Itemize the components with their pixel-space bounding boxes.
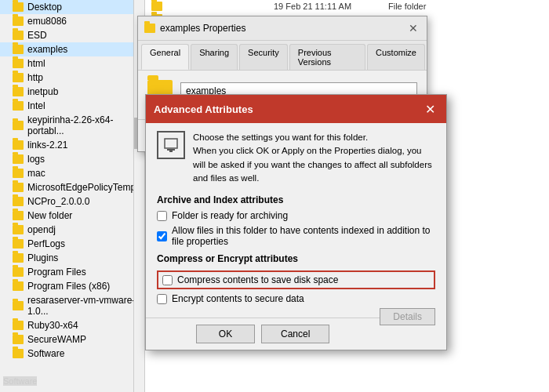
advanced-ok-button[interactable]: OK <box>196 325 255 343</box>
folder-icon <box>13 154 24 164</box>
sidebar-item-securewamp[interactable]: SecureWAMP <box>0 332 144 347</box>
svg-rect-1 <box>167 149 175 151</box>
adv-desc-line2: When you click OK or Apply on the Proper… <box>193 144 435 185</box>
tab-general[interactable]: General <box>141 44 189 70</box>
sidebar-item-inetpub[interactable]: inetpub <box>0 85 144 99</box>
encrypt-row: Encrypt contents to secure data <box>157 293 435 304</box>
folder-icon <box>13 101 24 111</box>
sidebar-item-examples[interactable]: examples <box>0 42 144 56</box>
sidebar-label: ESD <box>27 30 47 41</box>
compress-label: Compress contents to save disk space <box>177 274 338 285</box>
sidebar-label: examples <box>27 44 67 55</box>
adv-info-icon <box>157 131 185 159</box>
sidebar-label: links-2.21 <box>27 140 67 151</box>
tab-previous-versions[interactable]: Previous Versions <box>289 44 365 70</box>
sidebar-item-intel[interactable]: Intel <box>0 99 144 113</box>
sidebar-label: resaraserver-vm-vmware-1.0... <box>27 295 138 317</box>
folder-icon <box>13 2 24 12</box>
folder-icon <box>13 301 24 310</box>
folder-icon <box>13 239 24 249</box>
sidebar-item-perflogs[interactable]: PerfLogs <box>0 237 144 251</box>
sidebar-item-resara[interactable]: resaraserver-vm-vmware-1.0... <box>0 293 144 318</box>
titlebar-folder-icon <box>144 24 155 33</box>
sidebar-label: opendj <box>27 224 56 235</box>
sidebar-item-http[interactable]: http <box>0 71 144 85</box>
adv-desc-row: Choose the settings you want for this fo… <box>157 131 435 185</box>
advanced-attributes-dialog: Advanced Attributes ✕ Choose the setting… <box>145 94 447 350</box>
folder-icon <box>13 59 24 68</box>
sidebar-item-ncpro[interactable]: NCPro_2.0.0.0 <box>0 194 144 209</box>
sidebar-label: Software <box>27 348 64 359</box>
sidebar-item-programfiles[interactable]: Program Files <box>0 265 144 279</box>
folder-icon <box>13 349 24 358</box>
compress-section-label: Compress or Encrypt attributes <box>157 253 435 264</box>
sidebar-item-newfolder[interactable]: New folder <box>0 209 144 223</box>
folder-icon <box>13 253 24 263</box>
folder-icon <box>13 267 24 277</box>
properties-titlebar: examples Properties ✕ <box>138 16 427 41</box>
compress-checkbox[interactable] <box>162 275 173 285</box>
sidebar-item-logs[interactable]: logs <box>0 152 144 166</box>
sidebar-label: emu8086 <box>27 16 67 27</box>
tab-security[interactable]: Security <box>239 44 288 70</box>
sidebar-label: keypirinha-2.26-x64-portabl... <box>27 114 138 136</box>
sidebar-label: logs <box>27 154 45 165</box>
folder-archiving-checkbox[interactable] <box>157 211 167 221</box>
sidebar-label: NCPro_2.0.0.0 <box>27 196 89 207</box>
index-contents-checkbox[interactable] <box>157 231 167 241</box>
folder-icon <box>13 321 24 330</box>
tab-sharing[interactable]: Sharing <box>191 44 238 70</box>
sidebar-item-esd[interactable]: ESD <box>0 28 144 42</box>
sidebar-label: Intel <box>27 100 45 111</box>
tab-customize[interactable]: Customize <box>367 44 425 70</box>
folder-icon <box>151 2 162 11</box>
folder-icon <box>13 183 24 192</box>
index-contents-row: Allow files in this folder to have conte… <box>157 225 435 247</box>
sidebar-item-mac[interactable]: mac <box>0 166 144 180</box>
details-button[interactable]: Details <box>380 308 435 325</box>
folder-icon <box>13 197 24 206</box>
sidebar-item-plugins[interactable]: Plugins <box>0 251 144 265</box>
folder-icon <box>13 121 24 130</box>
properties-close-button[interactable]: ✕ <box>406 21 420 35</box>
folder-icon <box>13 140 24 150</box>
folder-icon <box>13 281 24 291</box>
sidebar-item-programfilesx86[interactable]: Program Files (x86) <box>0 279 144 293</box>
folder-icon <box>13 335 24 344</box>
folder-icon <box>13 73 24 82</box>
sidebar-item-html[interactable]: html <box>0 56 144 71</box>
compress-row: Compress contents to save disk space <box>157 270 435 289</box>
folder-icon <box>13 87 24 96</box>
sidebar-item-emu8086[interactable]: emu8086 <box>0 14 144 28</box>
sidebar-item-opendj[interactable]: opendj <box>0 223 144 237</box>
sidebar-label: New folder <box>27 210 72 221</box>
sidebar-label: http <box>27 72 43 83</box>
sidebar-label: Desktop <box>27 2 62 13</box>
advanced-titlebar: Advanced Attributes ✕ <box>146 95 446 123</box>
properties-title: examples Properties <box>160 23 245 34</box>
encrypt-label: Encrypt contents to secure data <box>172 293 304 304</box>
folder-icon <box>13 169 24 178</box>
sidebar-item-links[interactable]: links-2.21 <box>0 138 144 152</box>
folder-icon <box>13 31 24 40</box>
sidebar-item-keypirinha[interactable]: keypirinha-2.26-x64-portabl... <box>0 113 144 138</box>
file-row: 19 Feb 21 11:11 AM File folder <box>145 0 549 13</box>
sidebar-item-msedge[interactable]: MicrosoftEdgePolicyTempla... <box>0 180 144 194</box>
sidebar-label: Program Files <box>27 267 86 278</box>
advanced-footer: OK Cancel <box>146 318 380 350</box>
sidebar-item-desktop[interactable]: Desktop <box>0 0 144 14</box>
svg-rect-0 <box>165 139 177 148</box>
sidebar-label: Ruby30-x64 <box>27 320 78 331</box>
advanced-close-button[interactable]: ✕ <box>421 100 438 118</box>
archive-section-label: Archive and Index attributes <box>157 194 435 205</box>
encrypt-checkbox[interactable] <box>157 294 167 304</box>
sidebar-item-ruby[interactable]: Ruby30-x64 <box>0 318 144 332</box>
advanced-cancel-button[interactable]: Cancel <box>261 325 329 343</box>
folder-archiving-row: Folder is ready for archiving <box>157 210 435 221</box>
sidebar-label: Plugins <box>27 252 58 263</box>
advanced-body: Choose the settings you want for this fo… <box>146 123 446 318</box>
sidebar-item-software[interactable]: Software <box>0 347 144 361</box>
sidebar-label: inetpub <box>27 86 58 97</box>
folder-icon <box>13 45 24 54</box>
titlebar-left: examples Properties <box>144 23 245 34</box>
